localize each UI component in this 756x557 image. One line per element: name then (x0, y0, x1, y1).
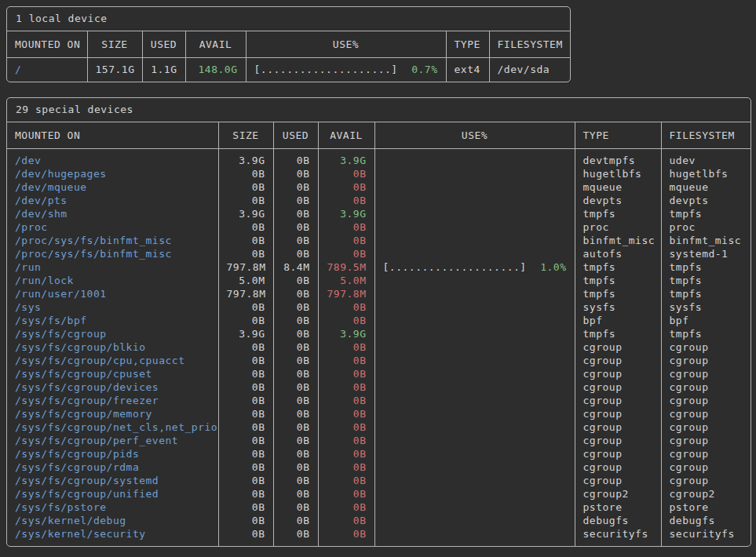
avail-value: 0B (318, 314, 374, 327)
avail-value: 0B (318, 300, 374, 314)
use-percent-cell (374, 149, 575, 168)
use-percent-cell (374, 247, 575, 260)
use-percent-cell (374, 220, 575, 234)
table-row: /run 797.8M 8.4M 789.5M [...............… (7, 260, 751, 274)
size-value: 157.1G (87, 58, 142, 82)
fs-type: cgroup (575, 340, 661, 354)
fs-type: mqueue (575, 180, 661, 194)
used-value: 0B (273, 380, 318, 394)
table-row: /sys/fs/cgroup/systemd 0B 0B 0B cgroup c… (7, 474, 751, 487)
size-value: 797.8M (218, 260, 273, 274)
size-value: 0B (218, 514, 273, 527)
table-row: /sys/fs/cgroup/blkio 0B 0B 0B cgroup cgr… (7, 340, 751, 354)
used-value: 0B (273, 207, 318, 220)
mount-point: /run (7, 260, 218, 274)
local-devices-header-row: MOUNTED ON SIZE USED AVAIL USE% TYPE FIL… (7, 31, 570, 58)
avail-value: 0B (318, 194, 374, 207)
col-header-size: SIZE (218, 122, 273, 149)
used-value: 8.4M (273, 260, 318, 274)
table-row: /sys/fs/cgroup/memory 0B 0B 0B cgroup cg… (7, 407, 751, 420)
mount-point: /sys/fs/cgroup/systemd (7, 474, 218, 487)
mount-point: /sys/fs/cgroup (7, 327, 218, 340)
filesystem: bpf (661, 314, 751, 327)
mount-point: /sys/kernel/debug (7, 514, 218, 527)
fs-type: proc (575, 220, 661, 234)
use-percent-cell (374, 514, 575, 527)
filesystem: cgroup (661, 420, 751, 434)
use-percent-cell (374, 167, 575, 180)
fs-type: devtmpfs (575, 149, 661, 168)
table-row: /sys/fs/cgroup/perf_event 0B 0B 0B cgrou… (7, 434, 751, 447)
used-value: 0B (273, 474, 318, 487)
avail-value: 0B (318, 474, 374, 487)
table-row: /proc/sys/fs/binfmt_misc 0B 0B 0B binfmt… (7, 234, 751, 247)
used-value: 0B (273, 327, 318, 340)
avail-value: 0B (318, 434, 374, 447)
avail-value: 3.9G (318, 207, 374, 220)
col-header-size: SIZE (87, 31, 142, 58)
use-percent-cell (374, 314, 575, 327)
avail-value: 0B (318, 234, 374, 247)
table-row: /sys/fs/cgroup/unified 0B 0B 0B cgroup2 … (7, 487, 751, 501)
avail-value: 3.9G (318, 327, 374, 340)
used-value: 0B (273, 367, 318, 380)
fs-type: sysfs (575, 300, 661, 314)
table-row: /sys/fs/cgroup/cpuset 0B 0B 0B cgroup cg… (7, 367, 751, 380)
fs-type: hugetlbfs (575, 167, 661, 180)
used-value: 0B (273, 287, 318, 300)
table-row: /sys/fs/cgroup/net_cls,net_prio 0B 0B 0B… (7, 420, 751, 434)
used-value: 0B (273, 220, 318, 234)
size-value: 5.0M (218, 274, 273, 287)
mount-point: /sys/fs/cgroup/rdma (7, 461, 218, 474)
size-value: 0B (218, 314, 273, 327)
avail-value: 789.5M (318, 260, 374, 274)
table-row: /sys/kernel/debug 0B 0B 0B debugfs debug… (7, 514, 751, 527)
size-value: 0B (218, 394, 273, 407)
use-percent-cell (374, 180, 575, 194)
usage-percent: 0.7% (411, 63, 437, 76)
mount-point: /proc/sys/fs/binfmt_misc (7, 234, 218, 247)
use-percent-cell: [....................] 0.7% (246, 58, 446, 82)
size-value: 0B (218, 434, 273, 447)
filesystem: pstore (661, 501, 751, 514)
mount-point: /dev/shm (7, 207, 218, 220)
use-percent-cell (374, 234, 575, 247)
use-percent-cell (374, 501, 575, 514)
size-value: 0B (218, 380, 273, 394)
mount-point: /dev/pts (7, 194, 218, 207)
use-percent-cell (374, 354, 575, 367)
filesystem: devpts (661, 194, 751, 207)
avail-value: 0B (318, 527, 374, 546)
mount-point: /run/lock (7, 274, 218, 287)
size-value: 0B (218, 501, 273, 514)
mount-point: /sys/fs/cgroup/cpu,cpuacct (7, 354, 218, 367)
mount-point: /sys/fs/bpf (7, 314, 218, 327)
col-header-used: USED (142, 31, 185, 58)
use-percent-cell (374, 447, 575, 461)
table-row: /sys/kernel/security 0B 0B 0B securityfs… (7, 527, 751, 546)
fs-type: tmpfs (575, 327, 661, 340)
special-devices-title: 29 special devices (7, 98, 751, 122)
use-percent-cell (374, 394, 575, 407)
fs-type: cgroup (575, 394, 661, 407)
used-value: 0B (273, 434, 318, 447)
col-header-filesystem: FILESYSTEM (489, 31, 570, 58)
use-percent-cell (374, 367, 575, 380)
use-percent-cell (374, 300, 575, 314)
col-header-mounted-on: MOUNTED ON (7, 31, 87, 58)
size-value: 0B (218, 234, 273, 247)
used-value: 0B (273, 340, 318, 354)
fs-type: pstore (575, 501, 661, 514)
avail-value: 0B (318, 220, 374, 234)
filesystem: cgroup (661, 447, 751, 461)
size-value: 3.9G (218, 149, 273, 168)
table-row: /dev 3.9G 0B 3.9G devtmpfs udev (7, 149, 751, 168)
mount-point: /sys/fs/cgroup/net_cls,net_prio (7, 420, 218, 434)
fs-type: cgroup (575, 420, 661, 434)
filesystem: cgroup (661, 354, 751, 367)
mount-point: /sys/fs/cgroup/perf_event (7, 434, 218, 447)
size-value: 0B (218, 340, 273, 354)
fs-type: binfmt_misc (575, 234, 661, 247)
filesystem: udev (661, 149, 751, 168)
used-value: 0B (273, 274, 318, 287)
